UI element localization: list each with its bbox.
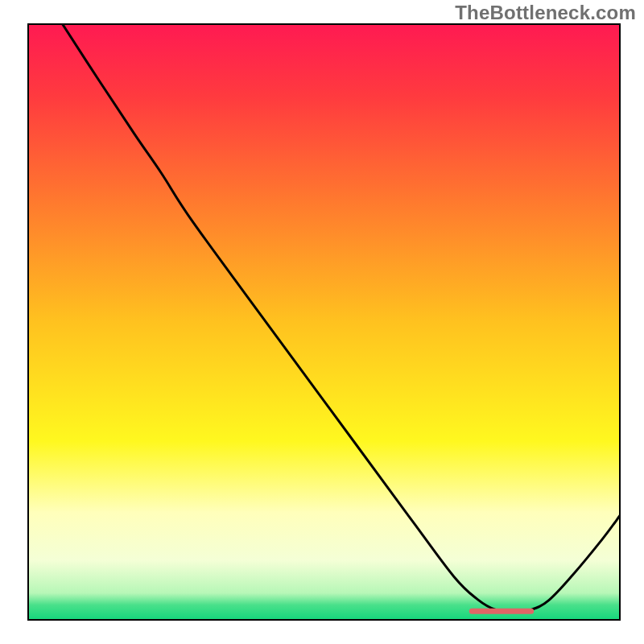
watermark-text: TheBottleneck.com	[455, 2, 636, 24]
bottleneck-chart	[0, 0, 644, 644]
plot-background	[28, 24, 620, 620]
chart-container: TheBottleneck.com	[0, 0, 644, 644]
